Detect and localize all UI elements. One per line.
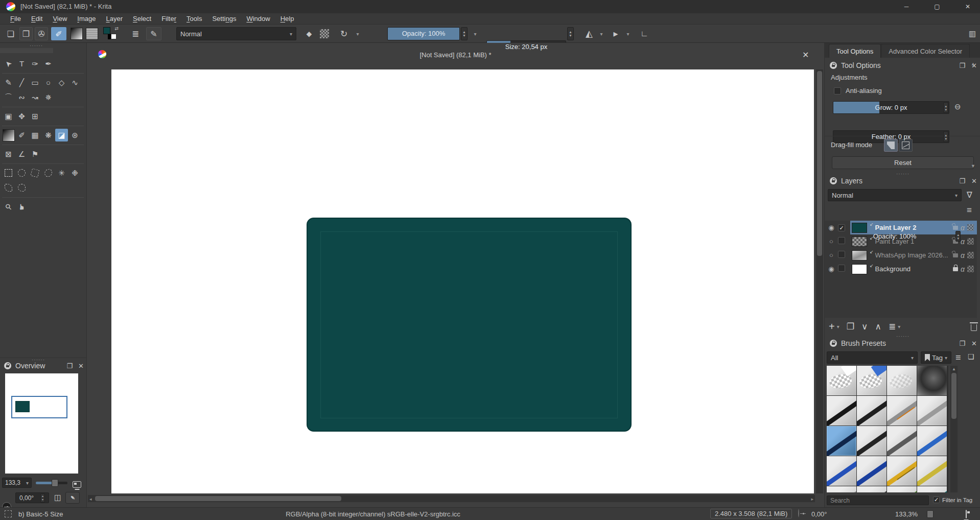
vscroll-thumb[interactable] (817, 71, 822, 256)
canvas-page[interactable] (111, 69, 814, 493)
overview-thumbnail[interactable] (5, 373, 78, 474)
visibility-off-icon[interactable]: ○ (825, 238, 838, 245)
rectangular-selection-tool[interactable] (2, 167, 15, 179)
magic-wand-selection-tool[interactable]: ✳ (55, 167, 68, 179)
polygonal-selection-tool[interactable] (29, 167, 41, 179)
gradient-chooser[interactable] (71, 27, 83, 40)
layer-select-checkbox[interactable] (838, 237, 850, 246)
tool-options-header[interactable]: Tool Options ❐ ✕ (830, 61, 977, 69)
brush-preset-pencil-teal[interactable] (917, 486, 947, 492)
inherit-alpha-icon[interactable] (967, 266, 974, 272)
open-document-icon[interactable]: ❐ (19, 27, 33, 40)
lock-icon[interactable] (830, 177, 837, 184)
visibility-on-icon[interactable]: ◉ (825, 265, 838, 273)
brush-preset-eraser-checker-blue[interactable] (857, 366, 886, 395)
crop-tool[interactable]: ⊞ (29, 110, 41, 123)
panel-scroll-up-icon[interactable]: ▲ (971, 61, 975, 66)
wrap-around-mode-icon[interactable]: ∟ (638, 27, 651, 40)
brush-preset-eraser-soft-checker[interactable] (887, 366, 917, 395)
mirror-v-dropdown-icon[interactable]: ▾ (624, 27, 632, 40)
mirror-horizontal-icon[interactable]: ◭ (582, 27, 596, 40)
line-tool[interactable]: ╱ (15, 76, 28, 89)
inherit-alpha-icon[interactable] (967, 238, 974, 245)
elliptical-selection-tool[interactable] (15, 167, 28, 179)
opacity-spinner[interactable]: ▲▼ (461, 27, 468, 40)
preset-storage-icon[interactable]: ❏ (968, 352, 974, 361)
drag-fill-any-button[interactable] (884, 139, 898, 152)
freehand-brush-tool[interactable]: ✎ (2, 76, 15, 89)
close-panel-icon[interactable]: ✕ (971, 177, 977, 185)
layer-body[interactable]: ↙Backgroundα (850, 262, 977, 276)
freehand-selection-tool[interactable] (42, 167, 55, 179)
grow-spinner[interactable]: ▴▾ (943, 102, 948, 113)
pin-rotation-button[interactable]: ✒ (65, 492, 80, 504)
delete-layer-button[interactable] (971, 324, 977, 331)
layer-row[interactable]: ◉↙Backgroundα (825, 262, 977, 276)
image-dimensions[interactable]: 2.480 x 3.508 (82,1 MiB) (710, 509, 792, 518)
preset-scrollbar[interactable]: ▲ (950, 366, 958, 492)
layer-body[interactable]: ↙WhatsApp Image 2026...α (850, 248, 977, 262)
select-shapes-tool[interactable]: ➤ (2, 57, 15, 70)
reload-dropdown-icon[interactable]: ▾ (354, 27, 362, 40)
drag-fill-line-button[interactable] (899, 139, 913, 152)
layer-checkbox-icon[interactable] (838, 265, 845, 272)
transform-tool[interactable]: ▣ (2, 110, 15, 123)
text-tool[interactable]: T (15, 57, 28, 70)
lock-closed-icon[interactable] (953, 267, 958, 271)
rectangle-tool[interactable]: ▭ (29, 76, 41, 89)
layer-select-checkbox[interactable]: ✓ (838, 224, 850, 232)
preset-view-hamburger-icon[interactable]: ≡ (955, 352, 961, 363)
menu-view[interactable]: View (48, 15, 72, 22)
dynamic-brush-tool[interactable]: ↝ (29, 91, 41, 104)
layer-properties-button[interactable]: ≣ (889, 321, 896, 332)
freehand-path-tool[interactable]: ∾ (15, 91, 28, 104)
float-panel-icon[interactable]: ❐ (959, 340, 965, 347)
brush-preset-pen-blue[interactable] (827, 456, 856, 486)
ellipse-tool[interactable]: ○ (42, 76, 55, 89)
toolbox-titlebar[interactable] (0, 48, 53, 53)
lock-icon[interactable] (830, 340, 837, 347)
layers-drag-handle[interactable] (896, 170, 909, 177)
preserve-alpha-icon[interactable] (320, 27, 329, 40)
overview-zoom-select[interactable]: 133,3 ▾ (2, 478, 32, 488)
menu-edit[interactable]: Edit (26, 15, 48, 22)
add-layer-button[interactable]: + (829, 321, 835, 333)
alpha-lock-icon[interactable]: α (961, 238, 965, 246)
brush-preset-pencil-yellow[interactable] (887, 456, 917, 486)
brush-presets-header[interactable]: Brush Presets ❐ ✕ (830, 339, 977, 347)
lock-open-icon[interactable] (953, 253, 958, 257)
brush-preset-pen-silver-orange[interactable] (887, 396, 917, 426)
float-panel-icon[interactable]: ❐ (959, 62, 965, 69)
maximize-button[interactable]: ▢ (926, 0, 948, 13)
menu-select[interactable]: Select (128, 15, 156, 22)
layer-checkbox-icon[interactable] (838, 237, 845, 244)
preset-search-input[interactable] (827, 495, 929, 505)
workspace-chooser-icon[interactable]: ▥ (967, 27, 978, 40)
edit-shapes-tool[interactable]: ✑ (29, 57, 41, 70)
measure-tool[interactable]: ∠ (15, 148, 28, 160)
foreground-background-colors[interactable]: ⇄ (103, 27, 119, 40)
fill-tool[interactable]: ◪ (55, 129, 68, 141)
preset-filter-select[interactable]: All ▾ (827, 351, 918, 364)
lock-icon[interactable] (4, 362, 11, 369)
hscroll-thumb[interactable] (95, 496, 341, 501)
brush-preset-brush-blue-tip[interactable] (917, 426, 947, 456)
close-panel-icon[interactable]: ✕ (78, 362, 84, 370)
brush-preset-pen-black-2[interactable] (857, 396, 886, 426)
save-icon[interactable]: ✇ (35, 27, 48, 40)
rotation-dial-icon[interactable] (798, 509, 799, 517)
size-spinner[interactable]: ▲▼ (567, 27, 574, 40)
opacity-slider[interactable]: Opacity: 100% (387, 27, 460, 40)
lock-icon[interactable] (830, 62, 837, 69)
canvas-horizontal-scrollbar[interactable]: ◂ ▸ (88, 495, 815, 502)
menu-filter[interactable]: Filter (156, 15, 181, 22)
bezier-curve-tool[interactable]: ⌒ (2, 91, 15, 104)
brush-preset-pen-silver[interactable] (917, 396, 947, 426)
mirror-view-icon[interactable]: ◫ (54, 493, 61, 502)
menu-settings[interactable]: Settings (207, 15, 241, 22)
enclose-fill-tool[interactable]: ⊛ (68, 129, 81, 141)
feather-spinner[interactable]: ▴▾ (943, 131, 948, 142)
menu-image[interactable]: Image (72, 15, 101, 22)
float-panel-icon[interactable]: ❐ (66, 362, 73, 370)
brush-option-list-icon[interactable]: ≣ (129, 27, 142, 40)
